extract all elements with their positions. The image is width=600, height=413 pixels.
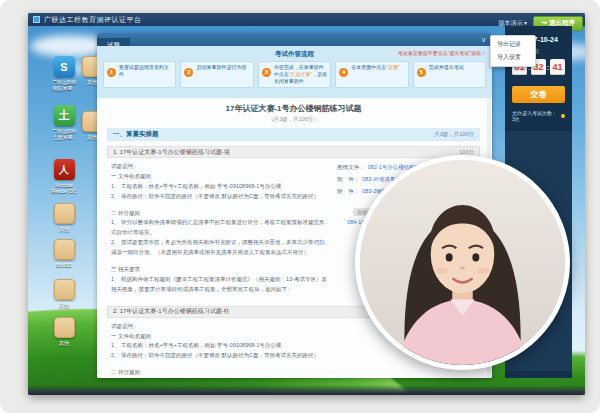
submit-button[interactable]: 交卷 [512, 86, 565, 103]
exam-tabbar: 试题 ∨ [97, 33, 492, 46]
question-title: 2. 17年认证大赛-1号办公楼钢筋练习试题-柱 [113, 307, 230, 316]
step-text: 启动算量软件进行作答 [196, 64, 246, 71]
pdf-app-icon: 人 [54, 159, 75, 180]
tan-app-icon [54, 239, 75, 260]
description-line: 2、 按试题要求作答，务必为所有相关构件补充验证，调整相关设置值，多算式少算均扣… [111, 238, 329, 258]
desktop-screen: 广联达工程教育测评认证平台 版本演示 ▾ ↪退出程序 导出记录导入设置 S广联达… [28, 13, 585, 395]
description-line: 一 文件命名规则 [111, 332, 329, 342]
description-line: 2、 保存路径：软件不指定的路径（不要修改 默认路径为C盘，导致考试丢失的路径） [111, 351, 329, 361]
description-line: 三 相关要求 [111, 265, 329, 275]
timer-seconds: 41 [550, 59, 565, 75]
desktop-icon-其他[interactable]: 其他 [39, 279, 89, 308]
step-number-badge: 2 [184, 68, 193, 77]
step-text: 完成并退出考试 [429, 64, 464, 71]
app-logo-icon [33, 16, 40, 23]
description-line: 1、 工程名称：姓名+学号+工程名称，例如 学号-09108968-1号办公楼 [111, 182, 329, 192]
process-step-3: 3作答完成，在算量软件中点击“汇总计算”，后再关闭算量软件 [258, 61, 331, 88]
version-label: 版本演示 [498, 20, 522, 26]
attachment-label: 附 件： [337, 176, 359, 183]
paper-title: 17年认证大赛-1号办公楼钢筋练习试题 [107, 103, 480, 114]
desktop-icon-label: Acrobat Reader DC [39, 182, 89, 195]
desktop-icon-label: 其他 [39, 340, 89, 346]
device-frame: 广联达工程教育测评认证平台 版本演示 ▾ ↪退出程序 导出记录导入设置 S广联达… [0, 0, 600, 413]
question-header: 1. 17年认证大赛-1号办公楼钢筋练习试题-墙100分 [107, 146, 480, 158]
step-number-badge: 5 [417, 68, 426, 77]
desktop-icon-Acrobat[interactable]: 人Acrobat Reader DC [39, 159, 89, 195]
attachment-label: 附 件： [337, 188, 359, 195]
desktop-icon-label: BIM5D [39, 262, 89, 268]
step-text-highlight: “汇总计算” [289, 71, 312, 77]
chevron-down-icon[interactable]: ∨ [481, 33, 486, 46]
dropdown-menu: 导出记录导入设置 [490, 35, 536, 67]
process-title: 考试作答流程 [275, 48, 314, 59]
section-bar: 一、算量实操题 共3题，共100分 [107, 128, 480, 141]
menu-item[interactable]: 导出记录 [491, 38, 535, 51]
section-label: 一、算量实操题 [113, 130, 159, 139]
step-text-pre: 查看试题说明及资料文件 [119, 64, 169, 77]
section-meta: 共3题，共100分 [434, 131, 474, 138]
step-text: 在本页面中点击“交卷” [351, 64, 399, 71]
desktop-icon-BIM5D[interactable]: BIM5D [39, 239, 89, 268]
description-line: 二 评分规则 [111, 209, 329, 219]
webcam-portrait [360, 160, 565, 365]
description-line: 1、 评分以整体构件清单细项的汇总清单中的工程量进行评分，考核工程量按标准规范形… [111, 218, 329, 238]
description-line: 2、 保存路径：软件不指定的路径（不要修改 默认路径为C盘，导致考试丢失的路径） [111, 192, 329, 202]
desktop-icon-其他[interactable]: 其他 [39, 203, 89, 232]
description-line: 1、 根据构件做工程规则《建设工程工程量清单计价规范》（相关规则：13-考试专区… [111, 275, 329, 295]
description-line: 一 文件命名规则 [111, 172, 329, 182]
desktop-icon-label: 其他 [39, 226, 89, 232]
description-line: 试题说明： [111, 322, 329, 332]
attachment-label: 图纸文件： [337, 164, 365, 171]
desktop-icon-label: 其他 [39, 302, 89, 308]
step-number-badge: 1 [107, 68, 116, 77]
webcam-overlay [355, 155, 570, 370]
step-number-badge: 4 [339, 68, 348, 77]
process-step-4: 4在本页面中点击“交卷” [335, 61, 408, 88]
desktop-icon-其他[interactable]: 其他 [39, 317, 89, 346]
process-header: 考试作答流程 考试未交卷前不要点击“退出考试”按钮！ [103, 48, 486, 59]
question-description: 试题说明：一 文件命名规则1、 工程名称：姓名+学号+工程名称，例如 学号-09… [111, 322, 329, 378]
description-line: 1、 工程名称：姓名+学号+工程名称，例如 学号-09108968-1号办公楼 [111, 341, 329, 351]
question-description: 试题说明：一 文件命名规则1、 工程名称：姓名+学号+工程名称，例如 学号-09… [111, 162, 329, 295]
process-steps: 1查看试题说明及资料文件2启动算量软件进行作答3作答完成，在算量软件中点击“汇总… [103, 61, 486, 88]
screen-bottom-shade [28, 385, 585, 395]
process-step-5: 5完成并退出考试 [413, 61, 486, 88]
description-line: 二 评分规则 [111, 368, 329, 378]
attempts-remaining: 允许进入考试次数：3次 [512, 110, 565, 122]
menu-item[interactable]: 导入设置 [491, 51, 535, 64]
tan-app-icon [54, 203, 75, 224]
process-warning: 考试未交卷前不要点击“退出考试”按钮！ [398, 48, 486, 59]
process-step-2: 2启动算量软件进行作答 [180, 61, 253, 88]
step-text-pre: 完成并退出考试 [429, 64, 464, 70]
step-text: 查看试题说明及资料文件 [119, 64, 172, 78]
step-number-badge: 3 [262, 68, 271, 77]
line-spacer [111, 361, 329, 368]
line-spacer [111, 202, 329, 209]
paper-subtitle: （共3题，共100分） [107, 116, 480, 123]
tan-app-icon [54, 317, 75, 338]
attempts-label: 允许进入考试次数：3次 [512, 110, 559, 122]
question-title: 1. 17年认证大赛-1号办公楼钢筋练习试题-墙 [113, 148, 230, 157]
step-text-pre: 在本页面中点击 [351, 64, 386, 70]
process-step-1: 1查看试题说明及资料文件 [103, 61, 176, 88]
app-title: 广联达工程教育测评认证平台 [44, 15, 142, 25]
step-text-pre: 启动算量软件进行作答 [196, 64, 246, 70]
tan-app-icon [54, 279, 75, 300]
step-text: 作答完成，在算量软件中点击“汇总计算”，后再关闭算量软件 [274, 64, 327, 85]
step-text-highlight: “交卷” [386, 64, 399, 70]
description-line: 试题说明： [111, 162, 329, 172]
process-panel: 考试作答流程 考试未交卷前不要点击“退出考试”按钮！ 1查看试题说明及资料文件2… [97, 46, 492, 98]
line-spacer [111, 258, 329, 265]
status-dot [561, 114, 565, 118]
